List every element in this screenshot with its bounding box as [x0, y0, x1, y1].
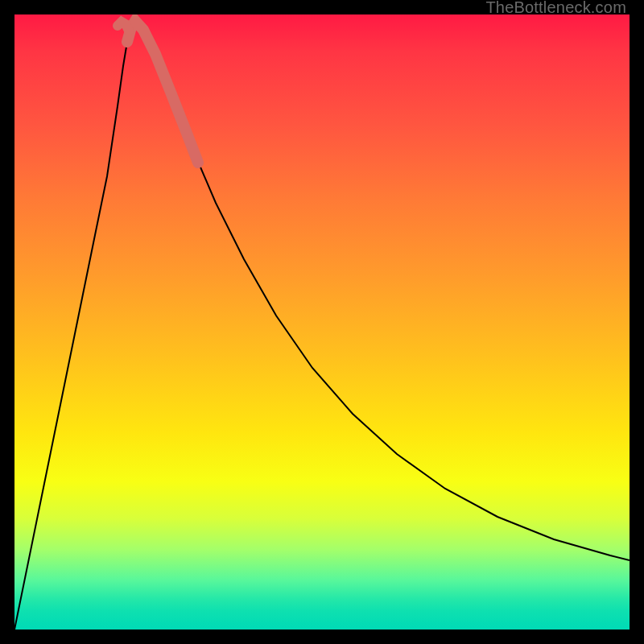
bottleneck-curve	[14, 21, 630, 630]
highlight-tail	[118, 22, 129, 31]
highlight-segment	[127, 21, 198, 163]
watermark-text: TheBottleneck.com	[485, 0, 626, 14]
curve-layer	[14, 14, 630, 630]
chart-frame: TheBottleneck.com	[0, 0, 644, 644]
plot-area	[14, 14, 630, 630]
